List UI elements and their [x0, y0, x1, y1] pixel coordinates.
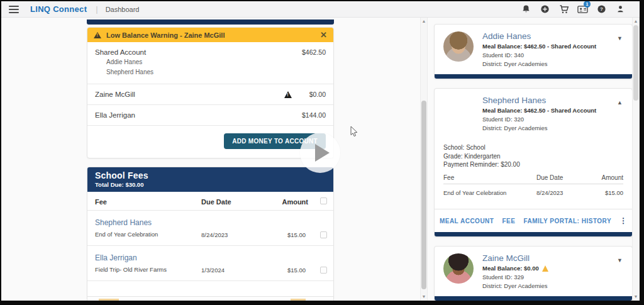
account-balance: $144.00 [302, 111, 326, 119]
grade: Grade: Kindergarten [443, 152, 623, 161]
contacts-icon[interactable]: 1 [577, 4, 588, 14]
previous-card-footer-bar [87, 19, 334, 25]
video-timeline-chip [99, 299, 119, 301]
account-row-zaine[interactable]: Zaine McGill $0.00 [87, 84, 333, 104]
low-balance-warning-banner: Low Balance Warning - Zaine McGill ✕ [87, 28, 333, 42]
student-id: Student ID: 340 [482, 51, 615, 60]
column-header-due-date: Due Date [201, 192, 269, 210]
payment-reminder: Payment Reminder: $20.00 [443, 160, 623, 169]
fee-amount: $15.00 [269, 267, 308, 274]
scroll-up-arrow[interactable]: ▲ [633, 18, 639, 25]
fee-link[interactable]: FEE [502, 218, 515, 225]
main-scrollbar[interactable]: ▲ ▼ [420, 18, 428, 301]
select-all-checkbox[interactable] [320, 197, 327, 204]
fee-group-student-ella[interactable]: Ella Jerrigan [87, 246, 333, 264]
fee-name: Field Trip- Old River Farms [95, 266, 170, 274]
chevron-up-icon[interactable]: ▲ [615, 98, 625, 107]
column-header-fee: Fee [95, 192, 201, 210]
student-name[interactable]: Shepherd Hanes [482, 96, 615, 105]
account-balance: $0.00 [309, 91, 326, 98]
scroll-up-arrow[interactable]: ▲ [421, 18, 427, 25]
school-fees-total-due: Total Due: $30.00 [95, 181, 326, 188]
main-content-column: Low Balance Warning - Zaine McGill ✕ Sha… [87, 18, 334, 305]
top-bar: LINQ Connect | Dashboard 1 ? [1, 1, 640, 18]
student-avatar [443, 96, 474, 126]
meal-account-link[interactable]: MEAL ACCOUNT [440, 218, 494, 225]
card-footer-bar [435, 296, 632, 301]
column-header-fee: Fee [443, 174, 536, 184]
student-id: Student ID: 329 [482, 273, 615, 282]
fee-checkbox[interactable] [320, 267, 327, 274]
fee-name: End of Year Celebration [95, 231, 170, 238]
notification-badge: 1 [584, 1, 591, 8]
student-id: Student ID: 320 [482, 115, 615, 124]
student-name[interactable]: Zaine McGill [482, 253, 615, 263]
scroll-down-arrow[interactable]: ▼ [633, 294, 639, 300]
student-name[interactable]: Addie Hanes [482, 31, 615, 41]
warning-banner-title: Low Balance Warning - Zaine McGill [106, 31, 320, 39]
fee-name: End of Year Celebration [443, 184, 536, 205]
topbar-icons: 1 ? [521, 4, 626, 14]
mouse-cursor [350, 126, 358, 140]
chevron-down-icon[interactable]: ▼ [615, 256, 625, 265]
family-portal-history-link[interactable]: FAMILY PORTAL: HISTORY [523, 218, 611, 225]
add-circle-icon[interactable] [540, 4, 550, 14]
fee-row: End of Year Celebration 8/24/2023 $15.00 [87, 229, 333, 245]
low-balance-warning-icon [542, 265, 548, 272]
member-name: Addie Hanes [106, 57, 326, 67]
video-frame-bottom [0, 301, 644, 305]
account-name: Shared Account [95, 48, 146, 56]
fee-due-date: 1/3/2024 [201, 267, 269, 274]
scrollbar-thumb[interactable] [421, 101, 426, 289]
scroll-down-arrow[interactable]: ▼ [421, 294, 427, 300]
breadcrumb: Dashboard [106, 6, 140, 13]
account-row-shared[interactable]: Shared Account $462.50 [87, 42, 333, 57]
column-header-due-date: Due Date [536, 174, 591, 184]
column-header-amount: Amount [591, 174, 623, 184]
topbar-divider: | [96, 4, 97, 14]
district: District: Dyer Academies [482, 124, 615, 133]
spacer [87, 281, 333, 296]
fee-amount: $15.00 [591, 184, 623, 205]
student-card-zaine: Zaine McGill Meal Balance: $0.00 Student… [434, 246, 633, 301]
fee-checkbox[interactable] [320, 231, 327, 238]
low-balance-warning-icon [284, 91, 292, 98]
fee-group-student-shepherd[interactable]: Shepherd Hanes [87, 211, 333, 229]
more-options-icon[interactable]: ⋮ [619, 218, 627, 224]
video-frame-right [640, 0, 644, 305]
video-play-button[interactable] [300, 133, 340, 173]
meal-balance: Meal Balance: $462.50 - Shared Account [482, 42, 615, 51]
fee-due-date: 8/24/2023 [201, 231, 269, 238]
school: School: School [443, 143, 623, 152]
student-details: School: School Grade: Kindergarten Payme… [435, 138, 632, 169]
account-name: Zaine McGill [95, 91, 135, 98]
panel-scrollbar[interactable]: ▲ ▼ [632, 18, 640, 301]
account-person-icon[interactable] [615, 4, 626, 14]
district: District: Dyer Academies [482, 60, 615, 69]
close-icon[interactable]: ✕ [320, 31, 327, 39]
help-icon[interactable]: ? [596, 4, 607, 14]
fee-amount: $15.00 [269, 231, 308, 238]
school-fees-title: School Fees [95, 170, 326, 180]
fee-due-date: 8/24/2023 [536, 184, 591, 205]
student-fee-table: Fee Due Date Amount End of Year Celebrat… [443, 174, 623, 205]
student-avatar [443, 253, 474, 284]
cart-icon[interactable] [558, 4, 569, 14]
student-card-addie: Addie Hanes Meal Balance: $462.50 - Shar… [434, 24, 633, 79]
meal-accounts-card: Low Balance Warning - Zaine McGill ✕ Sha… [87, 27, 334, 158]
card-footer-bar [435, 232, 632, 236]
app-logo[interactable]: LINQ Connect [30, 4, 87, 14]
warning-triangle-icon [94, 32, 101, 38]
student-card-links: MEAL ACCOUNT FEE FAMILY PORTAL: HISTORY … [435, 209, 632, 232]
hamburger-menu-icon[interactable] [9, 6, 19, 13]
students-panel: Addie Hanes Meal Balance: $462.50 - Shar… [434, 18, 633, 305]
video-frame-top [0, 0, 644, 1]
svg-text:?: ? [600, 6, 603, 12]
account-row-ella[interactable]: Ella Jerrigan $144.00 [87, 105, 333, 125]
notifications-bell-icon[interactable] [521, 4, 531, 14]
play-icon [315, 144, 330, 162]
student-avatar [443, 31, 474, 62]
school-fees-card: School Fees Total Due: $30.00 Fee Due Da… [87, 167, 334, 305]
chevron-down-icon[interactable]: ▼ [615, 34, 625, 43]
scrollbar-thumb[interactable] [633, 25, 638, 101]
